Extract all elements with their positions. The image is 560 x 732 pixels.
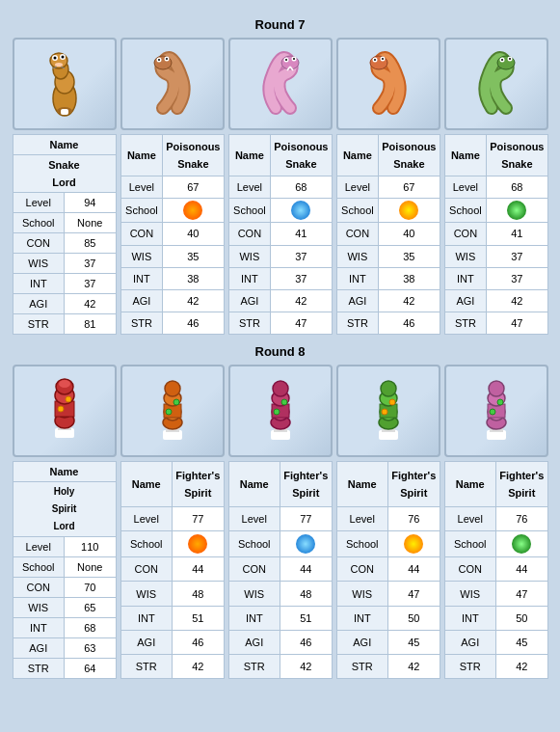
svg-point-16 [158, 59, 160, 61]
svg-point-61 [274, 409, 280, 415]
agi-val-r8-1: 46 [173, 630, 225, 654]
stat-table-r8-2: NameFighter'sSpirit Level77 School CON44… [228, 461, 333, 679]
round-7-stats: Name SnakeLord Level94 SchoolNone CON85 … [10, 134, 550, 335]
wis-val-2: 37 [271, 245, 332, 267]
school-label-4: School [444, 199, 487, 223]
svg-point-42 [58, 406, 64, 412]
level-label-r8-0: Level [13, 537, 65, 557]
school-icon-life-r8-4 [512, 534, 531, 554]
agi-label-r8-2: AGI [228, 630, 280, 654]
con-label-4: CON [444, 223, 487, 245]
con-val-r8-1: 44 [173, 557, 225, 582]
int-label-r8-4: INT [444, 606, 496, 630]
round-7-title: Round 7 [10, 17, 550, 32]
school-icon-fire-r8-1 [188, 534, 207, 554]
name-header-r8-3b: Fighter'sSpirit [388, 462, 440, 507]
name-header-0: Name [13, 135, 116, 155]
wis-label-r8-4: WIS [444, 582, 496, 606]
agi-val-r8-4: 45 [496, 630, 548, 654]
str-val-4: 47 [487, 312, 547, 334]
name-val-0: SnakeLord [13, 155, 116, 193]
snake-3-svg [242, 45, 319, 122]
school-label-r8-3: School [336, 530, 388, 557]
stat-table-4: NamePoisonousSnake Level68 School CON41 … [444, 134, 548, 335]
svg-point-21 [285, 59, 287, 61]
wis-val-1: 35 [163, 245, 224, 267]
wis-val-r8-1: 48 [173, 582, 225, 606]
level-val-r8-4: 76 [496, 506, 548, 530]
str-val-2: 47 [271, 312, 332, 334]
name-header-r8-1b: Fighter'sSpirit [173, 462, 225, 507]
school-label-3: School [336, 199, 379, 223]
svg-point-70 [382, 409, 387, 415]
svg-point-79 [490, 409, 495, 415]
level-val-1: 67 [163, 176, 224, 198]
wis-val-r8-0: 65 [65, 598, 117, 618]
school-label-r8-1: School [120, 530, 173, 557]
snake-2-svg [134, 45, 211, 122]
stat-table-r8-4: NameFighter'sSpirit Level76 School CON44… [444, 461, 548, 679]
school-icon-storm-3 [399, 201, 418, 220]
agi-val-2: 42 [271, 289, 332, 312]
name-header-1a: Name [120, 135, 163, 176]
agi-label-1: AGI [120, 289, 163, 312]
svg-point-7 [61, 56, 64, 59]
agi-label-r8-0: AGI [13, 638, 65, 659]
agi-val-0: 42 [65, 294, 117, 314]
creature-img-2 [228, 38, 333, 130]
stat-table-r8-3: NameFighter'sSpirit Level76 School CON44… [336, 461, 440, 679]
stat-table-r8-0: Name HolySpiritLord Level110 SchoolNone … [13, 461, 117, 679]
agi-val-r8-2: 46 [280, 630, 333, 654]
svg-point-52 [166, 409, 172, 415]
name-header-r8-2a: Name [228, 462, 280, 507]
svg-point-78 [489, 381, 504, 396]
level-label-r8-3: Level [336, 506, 388, 530]
wis-val-r8-2: 48 [280, 582, 333, 606]
school-icon-ice-r8-2 [296, 534, 315, 554]
svg-point-51 [165, 381, 180, 396]
school-label-r8-2: School [228, 530, 280, 557]
wis-val-r8-3: 47 [388, 582, 440, 606]
wis-label-2: WIS [228, 245, 271, 267]
wis-label-1: WIS [120, 245, 163, 267]
agi-val-r8-0: 63 [65, 638, 117, 659]
svg-point-33 [501, 59, 503, 61]
agi-val-r8-3: 45 [388, 630, 440, 654]
int-val-4: 37 [487, 267, 547, 289]
stat-table-r8-1: NameFighter'sSpirit Level77 School CON44… [120, 461, 225, 679]
school-label-0: School [13, 213, 65, 233]
creature-img-r8-4 [444, 365, 548, 457]
level-val-4: 68 [487, 176, 547, 198]
level-label-4: Level [444, 176, 487, 198]
level-label-r8-4: Level [444, 506, 496, 530]
level-label-2: Level [228, 176, 271, 198]
con-label-r8-1: CON [120, 557, 173, 582]
level-val-3: 67 [379, 176, 440, 198]
int-val-2: 37 [271, 267, 332, 289]
int-val-r8-0: 68 [65, 618, 117, 638]
name-header-r8-4a: Name [444, 462, 496, 507]
agi-label-0: AGI [13, 294, 65, 314]
name-header-3b: PoisonousSnake [379, 135, 440, 176]
school-val-r8-3 [388, 530, 440, 557]
str-val-r8-1: 42 [173, 654, 225, 678]
level-label-r8-1: Level [120, 506, 173, 530]
int-label-4: INT [444, 267, 487, 289]
creature-img-0 [13, 38, 117, 130]
svg-point-69 [381, 381, 396, 396]
creature-img-1 [120, 38, 225, 130]
svg-point-62 [281, 399, 287, 405]
svg-point-8 [55, 63, 63, 67]
wis-label-3: WIS [336, 245, 379, 267]
snake-5-svg [458, 45, 535, 122]
wis-label-4: WIS [444, 245, 487, 267]
round-8-images [10, 365, 550, 457]
name-header-3a: Name [336, 135, 379, 176]
agi-label-r8-4: AGI [444, 630, 496, 654]
con-label-2: CON [228, 223, 271, 245]
int-val-r8-1: 51 [173, 606, 225, 630]
con-label-r8-4: CON [444, 557, 496, 582]
level-val-r8-2: 77 [280, 506, 333, 530]
round-8-title: Round 8 [10, 344, 550, 359]
school-val-r8-4 [496, 530, 548, 557]
